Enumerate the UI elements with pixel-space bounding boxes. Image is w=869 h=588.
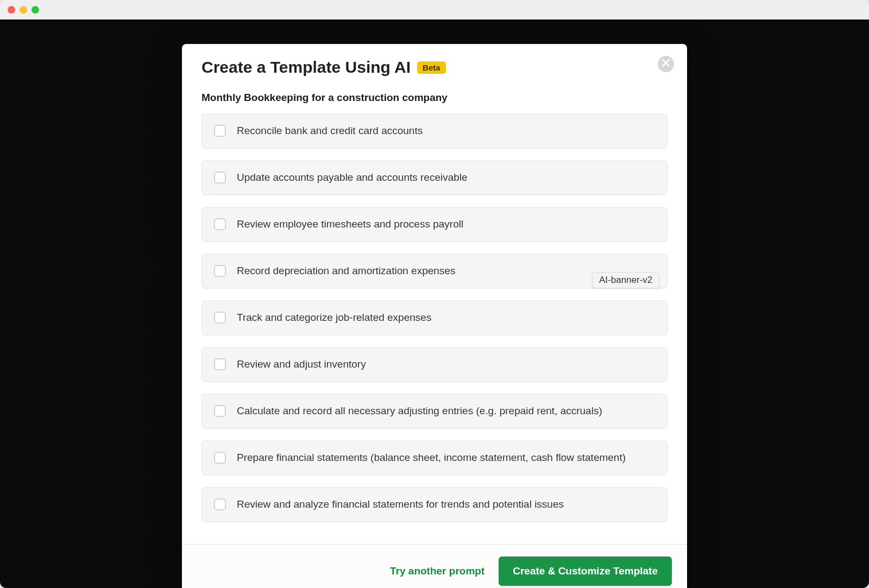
task-checkbox[interactable]: [214, 312, 226, 324]
task-item[interactable]: Calculate and record all necessary adjus…: [201, 394, 668, 428]
content-area: 1120 Tax Return Financial Cents best wor…: [0, 20, 869, 588]
task-checkbox[interactable]: [214, 405, 226, 417]
task-item[interactable]: Update accounts payable and accounts rec…: [201, 160, 668, 195]
modal-header: Create a Template Using AI Beta Monthly …: [182, 44, 687, 104]
task-item[interactable]: Reconcile bank and credit card accounts: [201, 113, 668, 148]
try-another-prompt-link[interactable]: Try another prompt: [390, 565, 484, 577]
task-item[interactable]: Review and adjust inventory: [201, 347, 668, 382]
task-item[interactable]: Review and analyze financial statements …: [201, 487, 668, 522]
task-label: Calculate and record all necessary adjus…: [237, 405, 602, 417]
task-label: Update accounts payable and accounts rec…: [237, 172, 468, 184]
create-customize-button[interactable]: Create & Customize Template: [499, 557, 672, 586]
close-icon: [662, 59, 670, 69]
task-label: Record depreciation and amortization exp…: [237, 265, 455, 277]
window-close-icon[interactable]: [8, 6, 15, 14]
task-item[interactable]: Prepare financial statements (balance sh…: [201, 440, 668, 475]
task-checkbox[interactable]: [214, 172, 226, 184]
task-checkbox[interactable]: [214, 498, 226, 510]
task-checkbox[interactable]: [214, 125, 226, 137]
modal-footer: Try another prompt Create & Customize Te…: [182, 544, 687, 588]
task-item[interactable]: Record depreciation and amortization exp…: [201, 254, 668, 288]
modal-title: Create a Template Using AI: [201, 58, 411, 77]
task-item[interactable]: Track and categorize job-related expense…: [201, 300, 668, 335]
task-checkbox[interactable]: [214, 218, 226, 230]
task-label: Prepare financial statements (balance sh…: [237, 452, 626, 464]
window-titlebar: [0, 0, 869, 20]
task-label: Reconcile bank and credit card accounts: [237, 125, 423, 137]
task-checkbox[interactable]: [214, 452, 226, 464]
app-window: 1120 Tax Return Financial Cents best wor…: [0, 0, 869, 588]
beta-badge: Beta: [417, 61, 446, 74]
task-label: Track and categorize job-related expense…: [237, 312, 431, 324]
task-item[interactable]: Review employee timesheets and process p…: [201, 207, 668, 242]
create-template-modal: Create a Template Using AI Beta Monthly …: [182, 44, 687, 588]
modal-title-row: Create a Template Using AI Beta: [201, 58, 668, 77]
prompt-label: Monthly Bookkeeping for a construction c…: [201, 92, 668, 104]
task-checkbox[interactable]: [214, 265, 226, 277]
task-checkbox[interactable]: [214, 358, 226, 370]
window-minimize-icon[interactable]: [20, 6, 27, 14]
close-button[interactable]: [658, 56, 674, 72]
window-maximize-icon[interactable]: [32, 6, 39, 14]
task-label: Review employee timesheets and process p…: [237, 218, 463, 230]
task-label: Review and analyze financial statements …: [237, 498, 564, 510]
task-label: Review and adjust inventory: [237, 358, 366, 370]
task-list: Reconcile bank and credit card accounts …: [182, 104, 687, 544]
